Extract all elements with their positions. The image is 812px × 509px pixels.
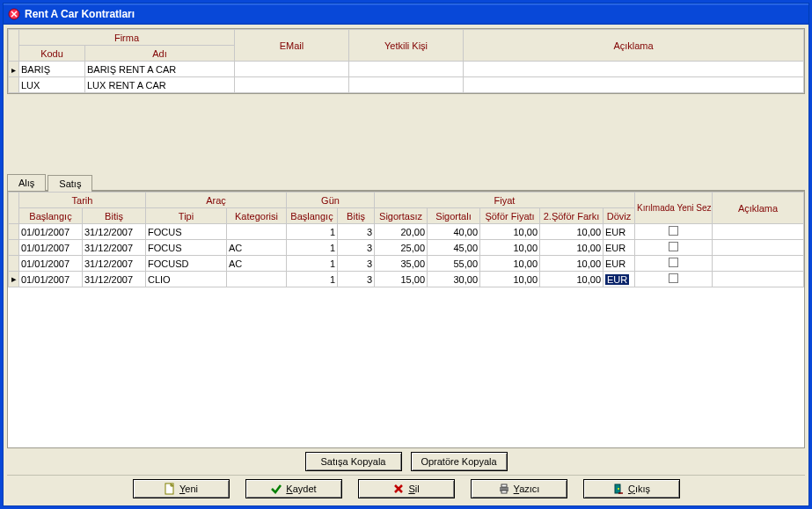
- cell-email[interactable]: [235, 62, 349, 77]
- col-tarih-bitis[interactable]: Bitiş: [83, 208, 146, 224]
- cell-kategorisi[interactable]: [227, 224, 287, 240]
- tab-satis[interactable]: Satış: [48, 175, 92, 192]
- cell-kodu[interactable]: LUX: [19, 77, 85, 93]
- cell-sofor[interactable]: 10,00: [480, 256, 540, 272]
- cell-baslangic[interactable]: 01/01/2007: [19, 224, 83, 240]
- cell-aciklama2[interactable]: [713, 256, 804, 272]
- cell-tipi[interactable]: FOCUSD: [146, 256, 227, 272]
- col-sigortali[interactable]: Sigortalı: [428, 208, 480, 224]
- cell-kirilma[interactable]: [635, 224, 713, 240]
- table-row[interactable]: LUXLUX RENT A CAR: [9, 77, 804, 93]
- col-adi[interactable]: Adı: [85, 46, 235, 62]
- col-sigortasiz[interactable]: Sigortasız: [375, 208, 428, 224]
- col-tarih[interactable]: Tarih: [19, 193, 146, 208]
- cell-aciklama2[interactable]: [713, 224, 804, 240]
- col-gun[interactable]: Gün: [287, 193, 375, 208]
- contracts-grid[interactable]: Tarih Araç Gün Fiyat Kırılmada Yeni Sezo…: [7, 191, 805, 448]
- table-row[interactable]: ▸BARIŞBARIŞ RENT A CAR: [9, 62, 804, 77]
- cell-sigortali[interactable]: 55,00: [428, 256, 480, 272]
- cell-sigortasiz[interactable]: 25,00: [375, 240, 428, 256]
- cell-sofor[interactable]: 10,00: [480, 272, 540, 287]
- cell-aciklama[interactable]: [464, 62, 804, 77]
- cell-gun-baslangic[interactable]: 1: [287, 272, 338, 287]
- cell-gun-baslangic[interactable]: 1: [287, 240, 338, 256]
- cell-baslangic[interactable]: 01/01/2007: [19, 272, 83, 287]
- cell-kategorisi[interactable]: AC: [227, 256, 287, 272]
- table-row[interactable]: 01/01/200731/12/2007FOCUSDAC1335,0055,00…: [9, 256, 804, 272]
- cell-sofor[interactable]: 10,00: [480, 240, 540, 256]
- col-email[interactable]: EMail: [235, 30, 349, 62]
- cell-kategorisi[interactable]: AC: [227, 240, 287, 256]
- col-fiyat[interactable]: Fiyat: [375, 193, 635, 208]
- cell-kodu[interactable]: BARIŞ: [19, 62, 85, 77]
- cell-gun-baslangic[interactable]: 1: [287, 224, 338, 240]
- cell-tipi[interactable]: FOCUS: [146, 240, 227, 256]
- yeni-button[interactable]: Yeni: [133, 479, 230, 498]
- checkbox-icon[interactable]: [669, 226, 678, 236]
- cell-doviz[interactable]: EUR: [604, 240, 635, 256]
- col-aciklama2[interactable]: Açıklama: [713, 193, 804, 224]
- kaydet-button[interactable]: Kaydet: [245, 479, 342, 498]
- col-sofor2[interactable]: 2.Şöför Farkı: [540, 208, 604, 224]
- col-tipi[interactable]: Tipi: [146, 208, 227, 224]
- tab-alis[interactable]: Alış: [7, 174, 46, 191]
- cell-sofor2[interactable]: 10,00: [540, 272, 604, 287]
- col-aciklama[interactable]: Açıklama: [464, 30, 804, 62]
- opratore-kopyala-button[interactable]: Opratöre Kopyala: [411, 452, 508, 471]
- satisa-kopyala-button[interactable]: Satışa Kopyala: [305, 452, 402, 471]
- col-kirilma[interactable]: Kırılmada Yeni Sezon Fiyatı Geçerli Olsu…: [635, 193, 713, 224]
- cell-bitis[interactable]: 31/12/2007: [83, 272, 146, 287]
- cell-sigortali[interactable]: 40,00: [428, 224, 480, 240]
- cell-tipi[interactable]: FOCUS: [146, 224, 227, 240]
- cell-sigortali[interactable]: 45,00: [428, 240, 480, 256]
- col-gun-bitis[interactable]: Bitiş: [338, 208, 375, 224]
- cell-kirilma[interactable]: [635, 272, 713, 287]
- cell-doviz[interactable]: EUR: [604, 256, 635, 272]
- cell-sigortasiz[interactable]: 15,00: [375, 272, 428, 287]
- cell-adi[interactable]: BARIŞ RENT A CAR: [85, 62, 235, 77]
- col-kategorisi[interactable]: Kategorisi: [227, 208, 287, 224]
- col-sofor[interactable]: Şöför Fiyatı: [480, 208, 540, 224]
- col-kodu[interactable]: Kodu: [19, 46, 85, 62]
- cell-sigortali[interactable]: 30,00: [428, 272, 480, 287]
- cell-yetkili[interactable]: [349, 62, 464, 77]
- cell-sofor2[interactable]: 10,00: [540, 256, 604, 272]
- cell-aciklama[interactable]: [464, 77, 804, 93]
- table-row[interactable]: 01/01/200731/12/2007FOCUS1320,0040,0010,…: [9, 224, 804, 240]
- titlebar[interactable]: Rent A Car Kontratları: [4, 4, 808, 25]
- cell-sigortasiz[interactable]: 20,00: [375, 224, 428, 240]
- cell-yetkili[interactable]: [349, 77, 464, 93]
- cell-baslangic[interactable]: 01/01/2007: [19, 240, 83, 256]
- cell-baslangic[interactable]: 01/01/2007: [19, 256, 83, 272]
- sil-button[interactable]: Sil: [358, 479, 455, 498]
- table-row[interactable]: ▸01/01/200731/12/2007CLIO1315,0030,0010,…: [9, 272, 804, 287]
- table-row[interactable]: 01/01/200731/12/2007FOCUSAC1325,0045,001…: [9, 240, 804, 256]
- checkbox-icon[interactable]: [669, 273, 678, 283]
- cell-kirilma[interactable]: [635, 240, 713, 256]
- col-doviz[interactable]: Döviz: [604, 208, 635, 224]
- col-tarih-baslangic[interactable]: Başlangıç: [19, 208, 83, 224]
- cell-aciklama2[interactable]: [713, 240, 804, 256]
- cell-sofor2[interactable]: 10,00: [540, 224, 604, 240]
- cell-email[interactable]: [235, 77, 349, 93]
- cell-doviz[interactable]: EUR: [604, 224, 635, 240]
- cell-adi[interactable]: LUX RENT A CAR: [85, 77, 235, 93]
- companies-grid[interactable]: Firma EMail Yetkili Kişi Açıklama Kodu A…: [7, 28, 805, 94]
- checkbox-icon[interactable]: [669, 242, 678, 251]
- cell-gun-bitis[interactable]: 3: [338, 224, 375, 240]
- cell-aciklama2[interactable]: [713, 272, 804, 287]
- cell-kategorisi[interactable]: [227, 272, 287, 287]
- cell-sofor[interactable]: 10,00: [480, 224, 540, 240]
- col-gun-baslangic[interactable]: Başlangıç: [287, 208, 338, 224]
- cell-bitis[interactable]: 31/12/2007: [83, 256, 146, 272]
- cell-tipi[interactable]: CLIO: [146, 272, 227, 287]
- checkbox-icon[interactable]: [669, 258, 678, 267]
- cell-gun-bitis[interactable]: 3: [338, 256, 375, 272]
- cell-gun-baslangic[interactable]: 1: [287, 256, 338, 272]
- cell-sigortasiz[interactable]: 35,00: [375, 256, 428, 272]
- cell-gun-bitis[interactable]: 3: [338, 240, 375, 256]
- col-arac[interactable]: Araç: [146, 193, 287, 208]
- col-yetkili[interactable]: Yetkili Kişi: [349, 30, 464, 62]
- cikis-button[interactable]: Çıkış: [583, 479, 680, 498]
- yazici-button[interactable]: Yazıcı: [471, 479, 567, 498]
